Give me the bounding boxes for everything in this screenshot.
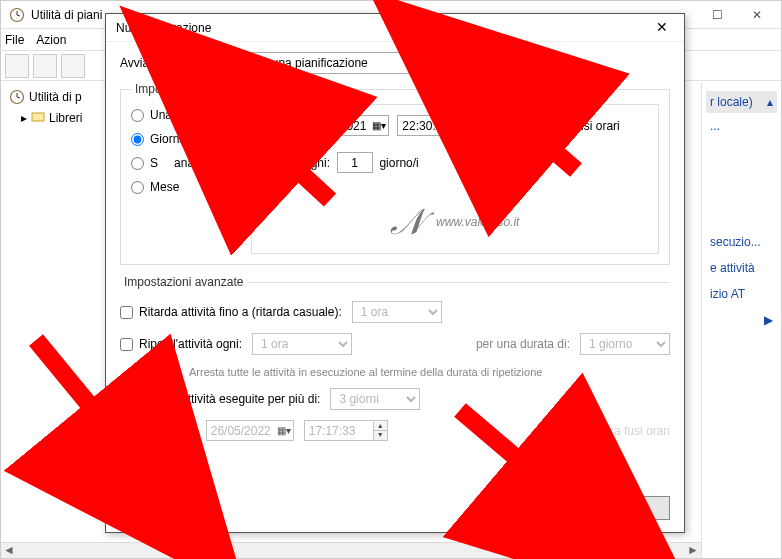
new-trigger-dialog: Nuova attivazione ✕ Avvia l'attività: In… <box>105 13 685 533</box>
expire-checkbox[interactable]: Scadenza: <box>120 424 196 438</box>
radio-weekly[interactable]: Settiana <box>131 156 241 170</box>
start-date-input[interactable] <box>302 116 370 135</box>
expire-time-input <box>305 421 373 440</box>
stop-all-checkbox <box>160 365 179 378</box>
right-header: r locale) ▴ <box>706 91 777 113</box>
dialog-buttons: OK Annulla <box>502 496 670 520</box>
watermark: 𝒩 www.valoroso.it <box>252 201 658 243</box>
ok-button[interactable]: OK <box>502 496 582 520</box>
dialog-close-button[interactable]: ✕ <box>646 17 678 39</box>
bg-title: Utilità di piani <box>31 8 102 22</box>
chevron-right-icon: ▸ <box>21 111 27 125</box>
radio-daily[interactable]: Giornaliera <box>131 132 241 146</box>
close-button[interactable]: ✕ <box>737 3 777 27</box>
settings-fieldset: Impostazioni Una volta Giornaliera Setti… <box>120 82 670 265</box>
clock-icon <box>9 89 25 105</box>
recur-label: Ricorre ogni: <box>262 156 330 170</box>
enabled-checkbox[interactable]: Attivato <box>120 455 179 469</box>
clock-icon <box>9 7 25 23</box>
scroll-left-icon[interactable]: ◄ <box>1 543 17 558</box>
start-task-label: Avvia l'attività: <box>120 56 210 70</box>
sync-tz2-checkbox: Sincronizza fusi orari <box>540 424 670 438</box>
stop-after-select: 3 giorni <box>330 388 420 410</box>
radio-once[interactable]: Una volta <box>131 108 241 122</box>
right-item-2[interactable]: e attività <box>706 255 777 281</box>
menu-file[interactable]: File <box>5 33 24 47</box>
actions-pane: r locale) ▴ ... secuzio... e attività iz… <box>701 83 781 558</box>
delay-checkbox[interactable]: Ritarda attività fino a (ritarda casuale… <box>120 305 342 319</box>
scroll-right-icon[interactable]: ► <box>685 543 701 558</box>
duration-label: per una durata di: <box>476 337 570 351</box>
expire-time-picker: ▲▼ <box>304 420 388 441</box>
time-spinner: ▲▼ <box>373 422 387 440</box>
folder-icon <box>31 109 45 126</box>
cancel-button[interactable]: Annulla <box>590 496 670 520</box>
advanced-fieldset: Impostazioni avanzate Ritarda attività f… <box>120 275 670 479</box>
radio-monthly[interactable]: Mese <box>131 180 241 194</box>
right-item-1[interactable]: secuzio... <box>706 229 777 255</box>
menu-action[interactable]: Azion <box>36 33 66 47</box>
right-dots[interactable]: ... <box>706 113 777 139</box>
repeat-select: 1 ora <box>252 333 352 355</box>
start-task-select[interactable]: In base a una pianificazione <box>210 52 480 74</box>
toolbar-fwd[interactable] <box>33 54 57 78</box>
toolbar-back[interactable] <box>5 54 29 78</box>
dialog-titlebar: Nuova attivazione ✕ <box>106 14 684 42</box>
delay-select: 1 ora <box>352 301 442 323</box>
recur-unit: giorno/i <box>379 156 418 170</box>
calendar-icon[interactable]: ▦▾ <box>370 120 388 131</box>
duration-select: 1 giorno <box>580 333 670 355</box>
right-item-3[interactable]: izio AT <box>706 281 777 307</box>
svg-rect-6 <box>32 113 44 121</box>
maximize-button[interactable]: ☐ <box>697 3 737 27</box>
start-label: Inizio: <box>262 119 293 133</box>
stop-after-checkbox[interactable]: Arresta attività eseguite per più di: <box>120 392 320 406</box>
stop-all-label: Arresta tutte le attività in esecuzione … <box>189 366 542 378</box>
schedule-radio-group: Una volta Giornaliera Settiana Mese <box>131 104 241 254</box>
toolbar-up[interactable] <box>61 54 85 78</box>
calendar-icon: ▦▾ <box>275 425 293 436</box>
tree-lib-label: Libreri <box>49 111 82 125</box>
start-time-picker[interactable]: ▲▼ <box>397 115 481 136</box>
monogram-icon: 𝒩 <box>391 201 420 243</box>
expire-date-input <box>207 421 275 440</box>
right-expand[interactable]: ▶ <box>706 307 777 333</box>
schedule-detail-panel: Inizio: ▦▾ ▲▼ Sincronizza fusi orari Ric… <box>251 104 659 254</box>
h-scrollbar[interactable]: ◄ ► <box>1 542 701 558</box>
dialog-title: Nuova attivazione <box>116 21 211 35</box>
sync-tz-checkbox[interactable]: Sincronizza fusi orari <box>489 119 619 133</box>
settings-legend: Impostazioni <box>131 82 206 96</box>
time-spinner[interactable]: ▲▼ <box>466 117 480 135</box>
recur-value-input[interactable] <box>337 152 373 173</box>
start-date-picker[interactable]: ▦▾ <box>301 115 389 136</box>
repeat-checkbox[interactable]: Ripeti l'attività ogni: <box>120 337 242 351</box>
start-time-input[interactable] <box>398 116 466 135</box>
advanced-legend: Impostazioni avanzate <box>120 275 247 289</box>
tree-root-label: Utilità di p <box>29 90 82 104</box>
expire-date-picker: ▦▾ <box>206 420 294 441</box>
